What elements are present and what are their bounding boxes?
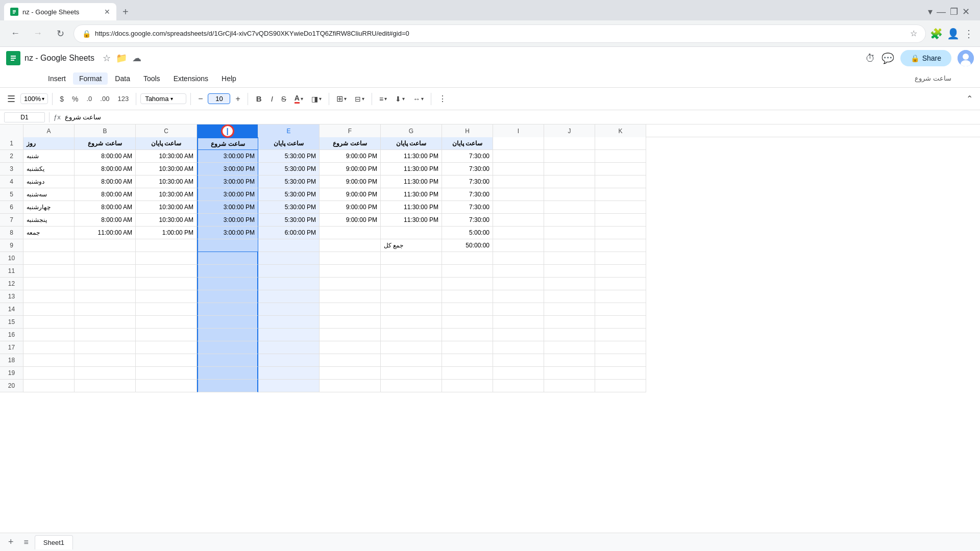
cell-b13[interactable] bbox=[75, 290, 136, 303]
cell-h4[interactable]: 7:30:00 bbox=[442, 176, 493, 188]
cell-f12[interactable] bbox=[320, 278, 381, 290]
borders-button[interactable]: ⊞ ▾ bbox=[333, 92, 350, 106]
cell-c17[interactable] bbox=[136, 341, 197, 354]
cell-d20[interactable] bbox=[197, 380, 258, 392]
row-num-6[interactable]: 6 bbox=[0, 201, 23, 214]
zoom-control[interactable]: 100% ▾ bbox=[20, 93, 48, 104]
cell-g4[interactable]: 11:30:00 PM bbox=[381, 176, 442, 188]
cell-g16[interactable] bbox=[381, 329, 442, 341]
row-num-2[interactable]: 2 bbox=[0, 150, 23, 163]
cell-b10[interactable] bbox=[75, 252, 136, 265]
cell-i2[interactable] bbox=[493, 150, 544, 163]
cell-j7[interactable] bbox=[544, 214, 595, 227]
row-num-17[interactable]: 17 bbox=[0, 341, 23, 354]
row-num-3[interactable]: 3 bbox=[0, 163, 23, 176]
cell-k6[interactable] bbox=[595, 201, 646, 214]
cell-h6[interactable]: 7:30:00 bbox=[442, 201, 493, 214]
cell-c15[interactable] bbox=[136, 316, 197, 329]
row-num-7[interactable]: 7 bbox=[0, 214, 23, 227]
cell-j20[interactable] bbox=[544, 380, 595, 392]
cell-b15[interactable] bbox=[75, 316, 136, 329]
cell-d4[interactable]: 3:00:00 PM bbox=[197, 176, 258, 188]
cell-j12[interactable] bbox=[544, 278, 595, 290]
col-header-d[interactable]: D | bbox=[197, 124, 258, 137]
cell-a3[interactable]: یکشنبه bbox=[23, 163, 75, 176]
cell-c10[interactable] bbox=[136, 252, 197, 265]
cell-e11[interactable] bbox=[258, 265, 320, 278]
cell-j18[interactable] bbox=[544, 354, 595, 367]
cell-d6[interactable]: 3:00:00 PM bbox=[197, 201, 258, 214]
cell-k18[interactable] bbox=[595, 354, 646, 367]
cell-c2[interactable]: 10:30:00 AM bbox=[136, 150, 197, 163]
cell-h11[interactable] bbox=[442, 265, 493, 278]
more-toolbar-button[interactable]: ⋮ bbox=[435, 92, 450, 106]
cell-g9[interactable]: جمع کل bbox=[381, 239, 442, 252]
cell-b8[interactable]: 11:00:00 AM bbox=[75, 227, 136, 239]
cell-h5[interactable]: 7:30:00 bbox=[442, 188, 493, 201]
cell-i6[interactable] bbox=[493, 201, 544, 214]
decimal-increase-button[interactable]: .00 bbox=[97, 93, 112, 105]
cell-i16[interactable] bbox=[493, 329, 544, 341]
cell-i1[interactable] bbox=[493, 137, 544, 150]
row-num-18[interactable]: 18 bbox=[0, 354, 23, 367]
row-num-14[interactable]: 14 bbox=[0, 303, 23, 316]
cell-f6[interactable]: 9:00:00 PM bbox=[320, 201, 381, 214]
cell-j13[interactable] bbox=[544, 290, 595, 303]
cell-a7[interactable]: پنجشنبه bbox=[23, 214, 75, 227]
menu-item-extensions[interactable]: Extensions bbox=[167, 72, 214, 85]
cell-d5[interactable]: 3:00:00 PM bbox=[197, 188, 258, 201]
cell-f11[interactable] bbox=[320, 265, 381, 278]
cell-f8[interactable] bbox=[320, 227, 381, 239]
col-header-h[interactable]: H bbox=[442, 124, 493, 137]
cell-g1[interactable]: ساعت پایان bbox=[381, 137, 442, 150]
cell-f18[interactable] bbox=[320, 354, 381, 367]
col-header-i[interactable]: I bbox=[493, 124, 544, 137]
cell-e5[interactable]: 5:30:00 PM bbox=[258, 188, 320, 201]
cell-h1[interactable]: ساعت پایان bbox=[442, 137, 493, 150]
cell-g10[interactable] bbox=[381, 252, 442, 265]
formula-function-icon[interactable]: ƒx bbox=[54, 113, 61, 121]
cell-h3[interactable]: 7:30:00 bbox=[442, 163, 493, 176]
cell-h12[interactable] bbox=[442, 278, 493, 290]
cell-c5[interactable]: 10:30:00 AM bbox=[136, 188, 197, 201]
cell-d8[interactable]: 3:00:00 PM bbox=[197, 227, 258, 239]
cell-g3[interactable]: 11:30:00 PM bbox=[381, 163, 442, 176]
cell-k1[interactable] bbox=[595, 137, 646, 150]
cell-j11[interactable] bbox=[544, 265, 595, 278]
cell-a2[interactable]: شنبه bbox=[23, 150, 75, 163]
cell-g14[interactable] bbox=[381, 303, 442, 316]
cell-h17[interactable] bbox=[442, 341, 493, 354]
strikethrough-button[interactable]: S bbox=[278, 92, 289, 105]
text-color-button[interactable]: A ▾ bbox=[291, 92, 306, 106]
cell-k13[interactable] bbox=[595, 290, 646, 303]
cell-a18[interactable] bbox=[23, 354, 75, 367]
cell-h7[interactable]: 7:30:00 bbox=[442, 214, 493, 227]
cell-b19[interactable] bbox=[75, 367, 136, 380]
menu-item-file[interactable] bbox=[29, 77, 41, 81]
cell-g20[interactable] bbox=[381, 380, 442, 392]
col-header-c[interactable]: C bbox=[136, 124, 197, 137]
cell-a10[interactable] bbox=[23, 252, 75, 265]
cell-k16[interactable] bbox=[595, 329, 646, 341]
cell-a19[interactable] bbox=[23, 367, 75, 380]
font-size-box[interactable]: 10 bbox=[208, 93, 230, 104]
cell-g17[interactable] bbox=[381, 341, 442, 354]
cell-e17[interactable] bbox=[258, 341, 320, 354]
font-size-minus-button[interactable]: − bbox=[195, 92, 206, 106]
cell-i17[interactable] bbox=[493, 341, 544, 354]
col-header-k[interactable]: K bbox=[595, 124, 646, 137]
cell-i7[interactable] bbox=[493, 214, 544, 227]
cloud-icon[interactable]: ☁ bbox=[132, 53, 141, 64]
cell-g8[interactable] bbox=[381, 227, 442, 239]
sheet-menu-button[interactable]: ≡ bbox=[20, 536, 33, 549]
cell-c12[interactable] bbox=[136, 278, 197, 290]
cell-f4[interactable]: 9:00:00 PM bbox=[320, 176, 381, 188]
cell-k17[interactable] bbox=[595, 341, 646, 354]
profile-icon[interactable]: 👤 bbox=[947, 28, 960, 40]
folder-icon[interactable]: 📁 bbox=[116, 53, 127, 64]
cell-c18[interactable] bbox=[136, 354, 197, 367]
cell-a5[interactable]: سه‌شنبه bbox=[23, 188, 75, 201]
cell-a1[interactable]: روز bbox=[23, 137, 75, 150]
col-header-j[interactable]: J bbox=[544, 124, 595, 137]
cell-g19[interactable] bbox=[381, 367, 442, 380]
